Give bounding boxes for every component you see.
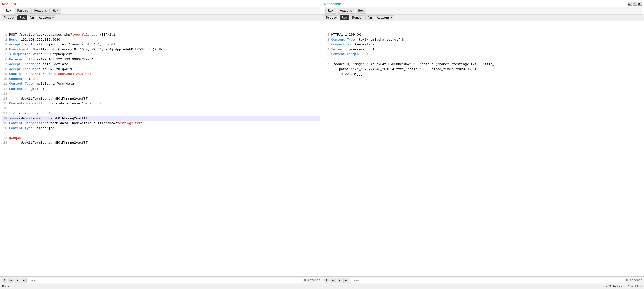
line-number: 12 — [2, 86, 7, 92]
response-panel: Response Raw Headers Hex Pretty Raw Rend… — [322, 0, 644, 284]
status-right: 289 bytes | 4 millis — [606, 285, 642, 288]
minimize-control[interactable]: ─ — [633, 2, 637, 6]
table-row: 14:22:28"}]} — [324, 72, 642, 77]
table-row: 2Content-Type: text/html;charset=utf-8 — [324, 37, 642, 42]
sub-tab-newline-response[interactable]: \n — [366, 15, 374, 20]
tab-hex-response[interactable]: Hex — [356, 8, 367, 14]
line-content: Content-Length: 161 — [331, 52, 642, 57]
table-row: 13 — [2, 91, 320, 96]
request-tab-bar: Raw Params Headers Hex — [2, 7, 320, 14]
tab-raw-request[interactable]: Raw — [3, 8, 14, 14]
table-row: path":"\/1_1678774948_201924.txt", "size… — [324, 67, 642, 72]
line-content: {"code":0, "msg":"\u4e0a\u4f20\u5b8c\u62… — [331, 62, 642, 67]
response-title: Response — [324, 1, 642, 7]
line-content: Connection: keep-alive — [331, 42, 642, 47]
table-row: 4User-Agent: Mozilla/5.0 (Windows NT 10.… — [2, 47, 320, 52]
sub-tab-raw-response[interactable]: Raw — [340, 15, 350, 20]
table-row: 1HTTP/1.1 200 OK — [324, 32, 642, 37]
next-btn-request[interactable]: ▶ — [21, 278, 27, 283]
line-number: 7 — [2, 62, 7, 67]
line-number: 9 — [2, 72, 7, 77]
table-row: 22qweqwe — [2, 136, 320, 141]
sub-tab-pretty-response[interactable]: Pretty — [324, 15, 339, 20]
next-btn-response[interactable]: ▶ — [343, 278, 349, 283]
line-number: 4 — [2, 47, 7, 52]
line-content: Referer: http://192.168.222.139:9080/C29… — [9, 57, 320, 62]
line-number: 1 — [324, 32, 329, 37]
line-number: 16 — [2, 106, 7, 111]
tab-hex-request[interactable]: Hex — [50, 8, 61, 14]
line-content: Connection: close — [9, 77, 320, 82]
settings-icon-request[interactable]: ⚙ — [8, 278, 14, 283]
table-row: 14------WebKitFormBoundaryE0tFhmmng2vwxf… — [2, 96, 320, 101]
line-content: Accept-Language: zh-CN, zh;q=0.9 — [9, 67, 320, 72]
prev-btn-response[interactable]: ◀ — [337, 278, 342, 283]
settings-icon-response[interactable]: ⚙ — [330, 278, 336, 283]
prev-btn-request[interactable]: ◀ — [15, 278, 20, 283]
line-content: Accept: application/json, text/javascrip… — [9, 42, 320, 47]
line-content: Content-Disposition: form-data; name="fi… — [9, 121, 320, 126]
line-content: HTTP/1.1 200 OK — [331, 32, 642, 37]
table-row: 11Content-Type: multipart/form-data; — [2, 81, 320, 86]
status-bar: Done 289 bytes | 4 millis — [0, 284, 644, 289]
tab-raw-response[interactable]: Raw — [325, 8, 336, 14]
sub-tab-raw-request[interactable]: Raw — [17, 15, 27, 20]
sub-tab-newline-request[interactable]: \n — [28, 15, 36, 20]
line-number: 8 — [2, 67, 7, 72]
sub-tab-render-response[interactable]: Render — [350, 15, 365, 20]
table-row: 9Cookie: PHPSESSID=9c53f8f8c903d9412a3f0… — [2, 72, 320, 77]
line-content: Content-Type: multipart/form-data; — [9, 81, 320, 86]
line-content: Host: 192.168.222.139:9080 — [9, 37, 320, 42]
line-number: 17 — [2, 111, 7, 116]
line-number: 5 — [2, 52, 7, 57]
table-row: 3Accept: application/json, text/javascri… — [2, 42, 320, 47]
table-row: 20Content-type: image/jpg — [2, 126, 320, 131]
line-number: 6 — [2, 57, 7, 62]
search-input-response[interactable] — [350, 278, 625, 283]
response-content: 1HTTP/1.1 200 OK2Content-Type: text/html… — [322, 21, 644, 276]
table-row: 2Host: 192.168.222.139:9080 — [2, 37, 320, 42]
request-search-bar: ? ⚙ ◀ ▶ 0 matches — [0, 276, 322, 284]
sub-tab-pretty-request[interactable]: Pretty — [2, 15, 17, 20]
line-content — [9, 91, 320, 96]
status-left: Done — [2, 285, 9, 288]
table-row: 16 — [2, 106, 320, 111]
table-row: 5Content-Length: 161 — [324, 52, 642, 57]
table-row: 6 — [324, 57, 642, 62]
line-number — [324, 72, 329, 77]
request-title: Request — [2, 1, 320, 7]
line-content: ------WebKitFormBoundaryE0tFhmmng2vwxftT — [9, 116, 320, 121]
table-row: 7Accept-Encoding: gzip, deflate — [2, 62, 320, 67]
line-number: 23 — [2, 140, 7, 146]
request-sub-tab-bar: Pretty Raw \n Actions — [0, 15, 322, 21]
line-number: 10 — [2, 77, 7, 82]
table-row: 6Referer: http://192.168.222.139:9080/C2… — [2, 57, 320, 62]
search-input-request[interactable] — [28, 278, 303, 283]
table-row: 18------WebKitFormBoundaryE0tFhmmng2vwxf… — [2, 116, 320, 121]
help-icon-response[interactable]: ? — [324, 278, 329, 283]
line-content: Content-Type: text/html;charset=utf-8 — [331, 37, 642, 42]
close-control[interactable]: ✕ — [638, 2, 642, 6]
line-number: 19 — [2, 121, 7, 126]
help-icon-request[interactable]: ? — [2, 278, 7, 283]
line-number: 22 — [2, 136, 7, 141]
tab-headers-response[interactable]: Headers — [337, 8, 355, 14]
line-content: qweqwe — [9, 136, 320, 141]
actions-button-response[interactable]: Actions — [375, 15, 394, 20]
tab-headers-request[interactable]: Headers — [31, 8, 50, 14]
line-content: Accept-Encoding: gzip, deflate — [9, 62, 320, 67]
table-row: 23------WebKitFormBoundaryE0tFhmmng2vwxf… — [2, 140, 320, 146]
line-content: Content-type: image/jpg — [9, 126, 320, 131]
line-number — [324, 67, 329, 72]
line-content: 14:22:28"}]} — [331, 72, 642, 77]
line-number: 7 — [324, 62, 329, 67]
line-content: ../../../../../../../.. — [9, 111, 320, 116]
line-number: 21 — [2, 131, 7, 136]
table-row: 5X-Requested-With: XMLHttpRequest — [2, 52, 320, 57]
line-number: 3 — [324, 42, 329, 47]
actions-button-request[interactable]: Actions — [37, 15, 56, 20]
line-content: ------WebKitFormBoundaryE0tFhmmng2vwxftT… — [9, 140, 320, 146]
response-header: Response Raw Headers Hex — [322, 0, 644, 15]
tab-params-request[interactable]: Params — [15, 8, 31, 14]
tile-control[interactable]: ⊞ — [628, 2, 632, 6]
